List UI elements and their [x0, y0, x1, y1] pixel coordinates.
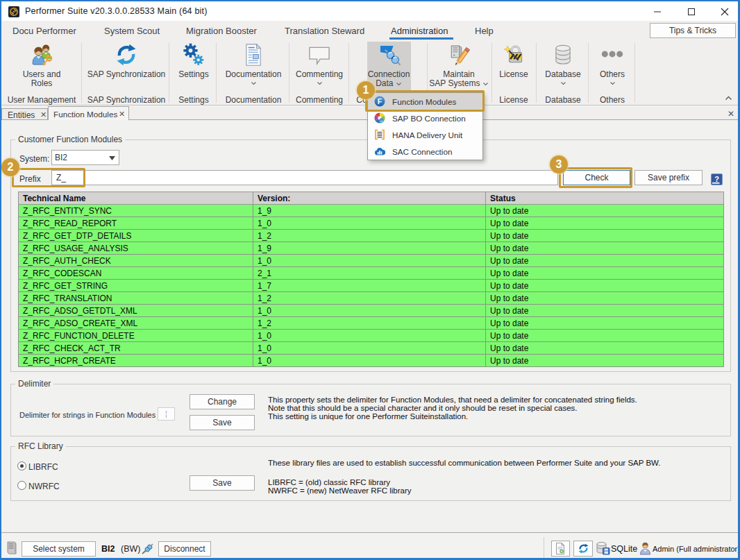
svg-text:?: ?: [714, 175, 719, 183]
